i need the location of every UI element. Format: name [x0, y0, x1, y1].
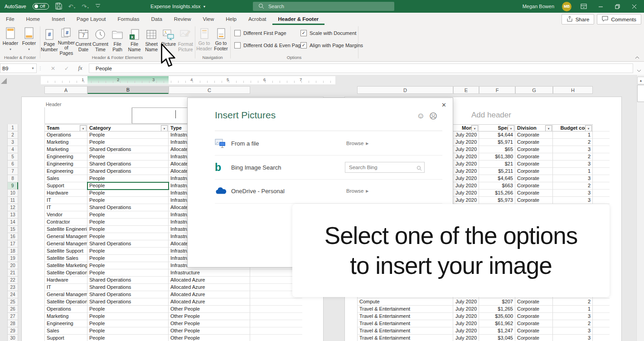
left-table-cell[interactable]: Other People	[169, 327, 250, 335]
search-box[interactable]: Search	[253, 2, 394, 11]
left-table-cell[interactable]: People	[87, 269, 169, 277]
row-header-28[interactable]: 28	[7, 320, 18, 327]
minimize-button[interactable]	[596, 0, 605, 13]
save-icon[interactable]	[55, 3, 62, 10]
right-table-cell[interactable]: Travel & Entertainment	[357, 313, 453, 320]
name-box-dropdown-icon[interactable]: ▼	[31, 67, 34, 70]
left-table-cell[interactable]: Support	[44, 335, 87, 341]
left-table-cell[interactable]: Sales	[44, 175, 87, 182]
column-header-E[interactable]: E	[453, 86, 479, 94]
row-header-14[interactable]: 14	[7, 219, 18, 226]
right-table-cell[interactable]: Corporate	[515, 161, 553, 168]
left-table-cell[interactable]: Shared Operations	[87, 161, 169, 168]
browse-from-file-button[interactable]: Browse▶	[346, 141, 369, 146]
footer-button[interactable]: Footer ▾	[20, 26, 38, 52]
left-table-cell[interactable]: Allocated Azure	[169, 284, 250, 291]
right-table-cell[interactable]: 1	[553, 306, 593, 313]
left-table-cell[interactable]: IT	[44, 284, 87, 291]
left-table-cell[interactable]: People	[87, 139, 169, 146]
right-table-cell[interactable]: $5,971	[479, 139, 515, 146]
filter-button[interactable]: ▾	[508, 125, 514, 132]
right-table-cell[interactable]: $21	[479, 161, 515, 168]
avatar[interactable]: MB	[562, 2, 571, 11]
column-header-G[interactable]: G	[515, 86, 553, 94]
right-table-cell[interactable]: $61,962	[479, 320, 515, 327]
right-table-cell[interactable]: Corporate	[515, 132, 553, 139]
right-table-cell[interactable]: July 2020	[453, 335, 479, 341]
right-table-cell[interactable]: July 2020	[453, 320, 479, 327]
right-table-cell[interactable]: Corporate	[515, 197, 553, 204]
left-table-cell[interactable]: Satellite Operations	[44, 298, 87, 306]
enter-icon[interactable]: ✓	[61, 63, 73, 73]
right-table-cell[interactable]: Corporate	[515, 313, 553, 320]
right-table-cell[interactable]: $1,247	[479, 327, 515, 335]
right-table-cell[interactable]: Travel & Entertainment	[357, 335, 453, 341]
column-header-B[interactable]: B	[87, 86, 169, 94]
left-table-cell[interactable]: Satellite Marketing	[44, 262, 87, 269]
left-table-cell[interactable]: People	[87, 211, 169, 219]
left-table-cell[interactable]: Hardware	[44, 277, 87, 284]
row-header-12[interactable]: 12	[7, 204, 18, 211]
right-table-cell[interactable]: Corporate	[515, 306, 553, 313]
different-odd-even-pages-checkbox[interactable]: Different Odd & Even Pages	[234, 42, 306, 49]
right-table-cell[interactable]: 3	[553, 175, 593, 182]
left-table-cell[interactable]: People	[87, 320, 169, 327]
tab-file[interactable]: File	[0, 13, 20, 25]
left-table-cell[interactable]: Marketing	[44, 139, 87, 146]
right-table-cell[interactable]: 3	[553, 197, 593, 204]
right-table-cell[interactable]: Corporate	[515, 175, 553, 182]
row-header-20[interactable]: 20	[7, 262, 18, 269]
column-header-F[interactable]: F	[479, 86, 515, 94]
left-table-cell[interactable]: People	[87, 327, 169, 335]
left-table-cell[interactable]: Operations	[44, 306, 87, 313]
column-header-D[interactable]: D	[357, 86, 453, 94]
left-table-header-team[interactable]: Team▾	[44, 124, 87, 132]
row-header-24[interactable]: 24	[7, 291, 18, 298]
expand-formula-bar-icon[interactable]	[636, 66, 642, 74]
bing-image-search-option[interactable]: b Bing Image Search	[215, 158, 442, 176]
browse-onedrive-button[interactable]: Browse▶	[346, 188, 369, 194]
left-table-cell[interactable]: General Management	[44, 240, 87, 248]
right-table-cell[interactable]: $35,600	[479, 313, 515, 320]
left-table-cell[interactable]: Other People	[169, 320, 250, 327]
right-table-cell[interactable]: 2	[553, 298, 593, 306]
tab-page-layout[interactable]: Page Layout	[71, 13, 112, 25]
file-path-button[interactable]: File Path	[109, 26, 126, 56]
right-table-header-month[interactable]: Month▾	[453, 124, 479, 132]
right-table-cell[interactable]: July 2020	[453, 182, 479, 190]
redo-icon[interactable]: ↷ ▾	[82, 3, 89, 10]
row-header-2[interactable]: 2	[7, 132, 18, 139]
column-header-C[interactable]: C	[169, 86, 250, 94]
left-table-cell[interactable]: Shared Operations	[87, 277, 169, 284]
restore-button[interactable]	[613, 0, 622, 13]
left-table-cell[interactable]: People	[87, 248, 169, 255]
left-table-cell[interactable]: Engineering	[44, 320, 87, 327]
right-table-cell[interactable]: 1	[553, 168, 593, 175]
row-header-29[interactable]: 29	[7, 327, 18, 335]
tab-acrobat[interactable]: Acrobat	[242, 13, 272, 25]
add-header-placeholder[interactable]: Add header	[471, 111, 511, 120]
left-table-cell[interactable]: People	[87, 262, 169, 269]
left-table-cell[interactable]: Shared Operations	[87, 284, 169, 291]
different-first-page-checkbox[interactable]: Different First Page	[234, 30, 286, 36]
row-header-21[interactable]: 21	[7, 269, 18, 277]
right-table-cell[interactable]: July 2020	[453, 190, 479, 197]
right-table-cell[interactable]: July 2020	[453, 132, 479, 139]
left-table-cell[interactable]: Infrastructure	[169, 269, 250, 277]
left-table-cell[interactable]: Vendor	[44, 211, 87, 219]
left-table-cell[interactable]: Shared Operations	[87, 298, 169, 306]
right-table-cell[interactable]: July 2020	[453, 153, 479, 161]
onedrive-option[interactable]: OneDrive - Personal Browse▶	[215, 182, 442, 200]
left-table-cell[interactable]: Marketing	[44, 313, 87, 320]
sheet-name-button[interactable]: Sheet Name	[143, 26, 160, 56]
right-table-cell[interactable]: Travel & Entertainment	[357, 306, 453, 313]
right-table-cell[interactable]: July 2020	[453, 306, 479, 313]
left-table-cell[interactable]: People	[87, 190, 169, 197]
left-table-cell[interactable]: People	[87, 335, 169, 341]
comments-button[interactable]: Comments	[597, 14, 641, 24]
tab-review[interactable]: Review	[168, 13, 197, 25]
tab-header-footer[interactable]: Header & Footer	[272, 13, 324, 25]
right-table-cell[interactable]: Corporate	[515, 153, 553, 161]
left-table-cell[interactable]: Shared Operations	[87, 204, 169, 211]
column-header-H[interactable]: H	[553, 86, 593, 94]
